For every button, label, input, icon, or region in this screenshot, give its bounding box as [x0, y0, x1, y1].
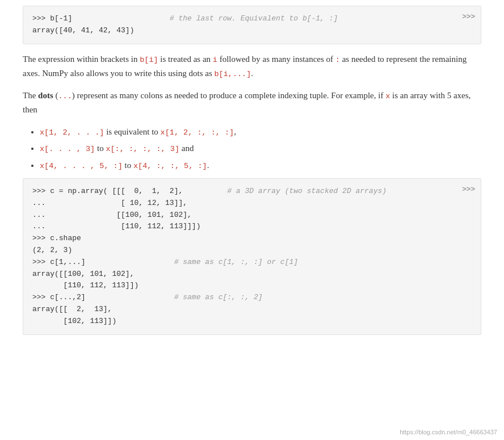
code-block-1: >>> >>> b[-1] # the last row. Equivalent…: [23, 6, 481, 44]
code-line-2-10: >>> c[...,2] # same as c[:, :, 2]: [32, 292, 472, 304]
code-line-2-5: >>> c.shape: [32, 233, 472, 245]
code-line-2-2: ... [ 10, 12, 13]],: [32, 198, 472, 209]
code-line-2-3: ... [[100, 101, 102],: [32, 209, 472, 221]
code-x3: x[4, . . . , 5, :]: [40, 162, 123, 170]
code-line-1-1: >>> b[-1] # the last row. Equivalent to …: [32, 13, 472, 25]
code-x2: x[. . . , 3]: [40, 145, 95, 153]
code-x2b: x[:, :, :, :, 3]: [106, 145, 179, 153]
code-inline-x: x: [385, 92, 390, 100]
copy-icon-2[interactable]: >>>: [462, 183, 475, 195]
code-x3b: x[4, :, :, 5, :]: [133, 162, 207, 170]
paragraph-2: The dots (...) represent as many colons …: [23, 89, 481, 117]
bullet-item-3: x[4, . . . , 5, :] to x[4, :, :, 5, :].: [40, 158, 481, 173]
code-inline-bdots: b[i,...]: [215, 70, 251, 78]
watermark: https://blog.csdn.net/m0_46663437: [400, 429, 497, 435]
code-line-1-2: array([40, 41, 42, 43]): [32, 25, 472, 37]
code-inline-bi: b[i]: [140, 56, 158, 64]
code-inline-colon: :: [335, 56, 340, 64]
code-inline-ellipsis: ...: [58, 92, 72, 100]
paragraph-1: The expression within brackets in b[i] i…: [23, 52, 481, 81]
page-container: >>> >>> b[-1] # the last row. Equivalent…: [0, 6, 504, 354]
code-line-2-4: ... [110, 112, 113]]]): [32, 221, 472, 233]
bullet-list: x[1, 2, . . .] is equivalent to x[1, 2, …: [40, 125, 481, 173]
code-line-2-8: array([[100, 101, 102],: [32, 269, 472, 280]
bullet-item-2: x[. . . , 3] to x[:, :, :, :, 3] and: [40, 141, 481, 156]
code-inline-i: i: [213, 56, 217, 64]
code-line-2-1: >>> c = np.array( [[[ 0, 1, 2], # a 3D a…: [32, 186, 472, 198]
code-line-2-9: [110, 112, 113]]): [32, 280, 472, 292]
code-x1: x[1, 2, . . .]: [40, 128, 104, 137]
bold-dots: dots: [38, 91, 53, 100]
code-line-2-11: array([[ 2, 13],: [32, 304, 472, 316]
code-line-2-12: [102, 113]]): [32, 316, 472, 328]
code-x1b: x[1, 2, :, :, :]: [161, 128, 234, 137]
code-block-2: >>> >>> c = np.array( [[[ 0, 1, 2], # a …: [23, 178, 481, 335]
code-line-2-7: >>> c[1,...] # same as c[1, :, :] or c[1…: [32, 257, 472, 269]
bullet-item-1: x[1, 2, . . .] is equivalent to x[1, 2, …: [40, 125, 481, 139]
copy-icon-1[interactable]: >>>: [462, 11, 475, 23]
code-line-2-6: (2, 2, 3): [32, 245, 472, 257]
